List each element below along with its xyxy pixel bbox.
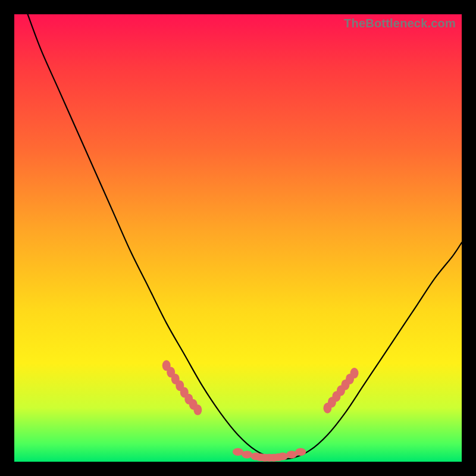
gradient-plot-area: TheBottleneck.com: [14, 14, 462, 462]
marker-dot: [193, 405, 202, 415]
curve-layer: [14, 14, 462, 462]
bottleneck-curve: [28, 14, 462, 459]
highlighted-markers: [162, 360, 359, 461]
marker-dot: [295, 448, 306, 456]
marker-dot: [350, 368, 359, 378]
outer-frame: TheBottleneck.com: [0, 0, 476, 476]
